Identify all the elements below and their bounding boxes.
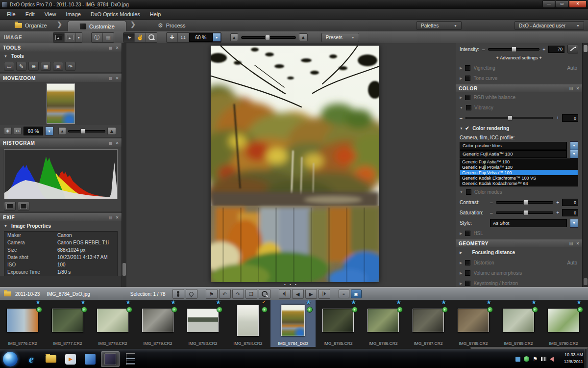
star-badge[interactable]: ★	[125, 299, 131, 306]
expand-triangle-icon[interactable]: ▶	[460, 282, 462, 286]
filmstrip-item[interactable]: ★▸IMG_8790.CR2	[541, 300, 586, 347]
star-badge[interactable]: ★	[306, 299, 311, 306]
next-image-button[interactable]: ▶	[305, 289, 317, 299]
media-player-icon[interactable]	[62, 352, 79, 367]
tab-process[interactable]: ⚙ Process	[158, 20, 186, 31]
thumbnail-image[interactable]	[97, 309, 128, 332]
scrollbar-thumb[interactable]	[122, 263, 126, 276]
navigator-thumbnail[interactable]	[47, 83, 75, 124]
filmstrip-item[interactable]: ★▸IMG_8787.CR2	[406, 300, 451, 347]
tray-green-icon[interactable]	[524, 356, 529, 362]
panel-menu-icon[interactable]: ▤	[569, 241, 573, 246]
dust-tool-button[interactable]: ✎	[16, 62, 26, 71]
tone-curve-row[interactable]: ▶ Tone curve	[456, 73, 582, 83]
saturation-value[interactable]: 0	[562, 209, 578, 216]
redeye-tool-button[interactable]: ⊕	[28, 62, 39, 71]
thumbnail-image[interactable]	[458, 309, 489, 332]
contrast-value[interactable]: 0	[562, 199, 578, 206]
loupe-button[interactable]	[259, 289, 270, 299]
tab-customize[interactable]: Customize	[68, 21, 126, 32]
hsl-checkbox[interactable]	[465, 231, 470, 236]
star-badge[interactable]: ★	[396, 299, 401, 306]
menu-item-view[interactable]: View	[40, 9, 61, 20]
filmstrip-item[interactable]: ★▸IMG_8778.CR2	[90, 300, 135, 347]
pointer-tool-button[interactable]: ➤	[123, 33, 135, 42]
plus-icon[interactable]: +	[542, 47, 545, 52]
contrast-slider[interactable]	[496, 201, 554, 204]
notepad-icon[interactable]	[122, 352, 139, 367]
plus-icon[interactable]: +	[556, 115, 559, 121]
filmstrip-item[interactable]: ★▸IMG_8788.CR2	[451, 300, 496, 347]
intensity-slider-thumb[interactable]	[512, 47, 516, 52]
menu-item-file[interactable]: File	[2, 9, 21, 20]
network-icon[interactable]	[541, 357, 546, 361]
panel-close-icon[interactable]: ✕	[116, 76, 119, 80]
dxo-taskbar-icon[interactable]	[101, 351, 120, 367]
filmstrip-item[interactable]: ★▸IMG_8785.CR2	[316, 300, 361, 347]
zoom-out-icon[interactable]: ▲	[230, 33, 238, 41]
thumbnail-image[interactable]	[413, 309, 444, 332]
volume-anamorphosis-row[interactable]: ▶ Volume anamorphosis	[456, 268, 582, 278]
film-option[interactable]: Generic Kodak Kodachrome™ 64	[460, 181, 578, 186]
splitter-handle[interactable]: • • •	[126, 282, 456, 287]
panel-close-icon[interactable]: ✕	[116, 141, 119, 145]
intensity-slider[interactable]	[488, 48, 540, 51]
minus-icon[interactable]: –	[460, 115, 463, 121]
tab-organize[interactable]: Organize	[15, 20, 47, 31]
shadow-clipping-button[interactable]	[4, 202, 16, 210]
menu-item-edit[interactable]: Edit	[21, 9, 40, 20]
expand-triangle-icon[interactable]: ▶	[460, 66, 462, 70]
dropdown-arrow-button[interactable]: ▼	[570, 219, 578, 228]
panel-close-icon[interactable]: ✕	[576, 241, 580, 246]
panel-menu-icon[interactable]: ▤	[109, 76, 113, 80]
film-option[interactable]: Generic Fuji Velvia™ 100	[460, 170, 578, 175]
advanced-settings-link[interactable]: + Advanced settings +	[456, 55, 582, 63]
view-toggle-button[interactable]: ▣	[351, 289, 362, 298]
pen-tool-button[interactable]: ✑	[65, 62, 75, 71]
internet-explorer-icon[interactable]: e	[23, 352, 40, 367]
star-badge[interactable]: ★	[576, 299, 582, 306]
minus-icon[interactable]: –	[482, 47, 485, 52]
plus-icon[interactable]: +	[556, 210, 559, 215]
main-photo[interactable]	[211, 46, 379, 282]
star-badge[interactable]: ★	[80, 299, 86, 306]
frame-tool-button[interactable]: ▣	[53, 62, 63, 71]
expand-triangle-icon[interactable]: ▶	[460, 232, 462, 236]
show-desktop-button[interactable]	[585, 349, 588, 368]
expand-triangle-icon[interactable]: ▶	[460, 96, 462, 100]
highlight-clipping-button[interactable]	[18, 202, 29, 210]
expand-triangle-icon[interactable]: ▶	[460, 271, 462, 275]
filmstrip-item[interactable]: ★▸IMG_8784_DxO	[270, 300, 316, 347]
expand-triangle-icon[interactable]: ▶	[460, 261, 462, 265]
tools-subheader[interactable]: ▼ Tools	[0, 52, 122, 60]
filter-toggle-button[interactable]: ≡	[339, 289, 349, 298]
menu-item-help[interactable]: Help	[145, 9, 166, 20]
panel-close-icon[interactable]: ✕	[576, 86, 580, 91]
menu-item-dxo-optics-modules[interactable]: DxO Optics Modules	[86, 9, 145, 20]
keystoning-row[interactable]: ▶ Keystoning / horizon	[456, 278, 582, 287]
panel-menu-icon[interactable]: ▤	[109, 141, 113, 145]
thumbnail-image[interactable]	[503, 309, 534, 332]
saturation-slider[interactable]	[496, 211, 554, 214]
minus-icon[interactable]: –	[490, 200, 493, 205]
single-image-view-button[interactable]	[53, 33, 65, 42]
vibrancy-checkbox[interactable]	[466, 105, 471, 110]
expand-triangle-icon[interactable]: ▶	[460, 251, 462, 255]
vibrancy-value[interactable]: 0	[562, 114, 578, 122]
color-section-header[interactable]: COLOR ▤ ✕	[456, 84, 582, 92]
star-badge[interactable]: ★	[35, 299, 41, 306]
zoom-tool-button[interactable]	[146, 33, 157, 42]
expand-triangle-icon[interactable]: ▶	[460, 77, 462, 80]
histogram-panel-header[interactable]: HISTOGRAM ▤ ✕	[0, 139, 122, 147]
film-option[interactable]: Generic Kodak Ektachrome™ 100 VS	[460, 175, 578, 181]
taskbar-clock[interactable]: 10:33 AM 12/8/2011	[564, 352, 583, 365]
action-center-flag-icon[interactable]: ⚑	[533, 356, 538, 362]
zoom-in-icon[interactable]: ▲	[107, 127, 116, 135]
view-options-dropdown[interactable]: ▼	[76, 33, 82, 42]
dropdown-arrow-button[interactable]: ▼	[570, 141, 578, 150]
vibrancy-slider-thumb[interactable]	[508, 115, 513, 121]
palettes-dropdown[interactable]: Palettes ▼	[416, 21, 462, 30]
geometry-section-header[interactable]: GEOMETRY ▤ ✕	[456, 239, 582, 247]
filmstrip-item[interactable]: ★▸IMG_8789.CR2	[496, 300, 541, 347]
thumbnail-image[interactable]	[368, 309, 399, 332]
